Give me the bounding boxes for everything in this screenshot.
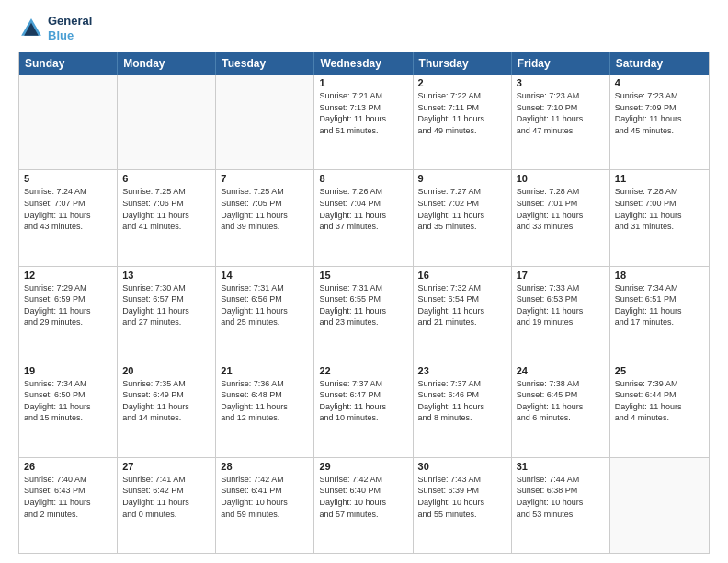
day-number: 24 (517, 365, 605, 376)
calendar-cell: 5Sunrise: 7:24 AMSunset: 7:07 PMDaylight… (19, 170, 118, 265)
calendar-row: 12Sunrise: 7:29 AMSunset: 6:59 PMDayligh… (19, 267, 709, 362)
day-number: 7 (221, 173, 309, 184)
calendar-cell: 27Sunrise: 7:41 AMSunset: 6:42 PMDayligh… (118, 458, 216, 553)
calendar-cell: 21Sunrise: 7:36 AMSunset: 6:48 PMDayligh… (216, 362, 314, 457)
day-number: 2 (418, 77, 506, 88)
day-info: Sunrise: 7:24 AMSunset: 7:07 PMDaylight:… (24, 186, 112, 232)
day-info: Sunrise: 7:37 AMSunset: 6:46 PMDaylight:… (418, 378, 506, 424)
day-info: Sunrise: 7:25 AMSunset: 7:06 PMDaylight:… (122, 186, 210, 232)
day-info: Sunrise: 7:40 AMSunset: 6:43 PMDaylight:… (24, 474, 112, 520)
day-info: Sunrise: 7:23 AMSunset: 7:09 PMDaylight:… (615, 90, 704, 136)
calendar-cell: 12Sunrise: 7:29 AMSunset: 6:59 PMDayligh… (19, 267, 118, 362)
calendar: SundayMondayTuesdayWednesdayThursdayFrid… (18, 52, 710, 554)
day-number: 25 (615, 365, 704, 376)
day-info: Sunrise: 7:34 AMSunset: 6:51 PMDaylight:… (615, 282, 704, 328)
day-info: Sunrise: 7:21 AMSunset: 7:13 PMDaylight:… (319, 90, 407, 136)
day-number: 10 (517, 173, 605, 184)
day-number: 8 (319, 173, 407, 184)
day-number: 12 (24, 270, 112, 281)
day-info: Sunrise: 7:25 AMSunset: 7:05 PMDaylight:… (221, 186, 309, 232)
day-info: Sunrise: 7:43 AMSunset: 6:39 PMDaylight:… (418, 474, 506, 520)
day-number: 4 (615, 77, 704, 88)
calendar-cell: 30Sunrise: 7:43 AMSunset: 6:39 PMDayligh… (414, 458, 512, 553)
calendar-cell (610, 458, 709, 553)
calendar-header-cell: Monday (118, 52, 216, 75)
day-number: 1 (319, 77, 407, 88)
calendar-cell: 18Sunrise: 7:34 AMSunset: 6:51 PMDayligh… (610, 267, 709, 362)
day-number: 9 (418, 173, 506, 184)
day-info: Sunrise: 7:29 AMSunset: 6:59 PMDaylight:… (24, 282, 112, 328)
day-info: Sunrise: 7:31 AMSunset: 6:56 PMDaylight:… (221, 282, 309, 328)
calendar-cell: 23Sunrise: 7:37 AMSunset: 6:46 PMDayligh… (414, 362, 512, 457)
calendar-row: 19Sunrise: 7:34 AMSunset: 6:50 PMDayligh… (19, 362, 709, 458)
calendar-cell: 19Sunrise: 7:34 AMSunset: 6:50 PMDayligh… (19, 362, 118, 457)
day-info: Sunrise: 7:35 AMSunset: 6:49 PMDaylight:… (122, 378, 210, 424)
day-number: 5 (24, 173, 112, 184)
calendar-cell (118, 75, 216, 169)
calendar-cell: 4Sunrise: 7:23 AMSunset: 7:09 PMDaylight… (610, 75, 709, 169)
calendar-cell: 8Sunrise: 7:26 AMSunset: 7:04 PMDaylight… (314, 170, 413, 265)
page: General Blue SundayMondayTuesdayWednesda… (0, 0, 728, 563)
day-number: 6 (122, 173, 210, 184)
day-info: Sunrise: 7:23 AMSunset: 7:10 PMDaylight:… (517, 90, 605, 136)
day-info: Sunrise: 7:37 AMSunset: 6:47 PMDaylight:… (319, 378, 407, 424)
logo-icon (18, 16, 44, 41)
day-number: 30 (418, 461, 506, 472)
day-number: 14 (221, 270, 309, 281)
calendar-cell: 14Sunrise: 7:31 AMSunset: 6:56 PMDayligh… (216, 267, 314, 362)
day-number: 11 (615, 173, 704, 184)
calendar-cell: 20Sunrise: 7:35 AMSunset: 6:49 PMDayligh… (118, 362, 216, 457)
day-info: Sunrise: 7:32 AMSunset: 6:54 PMDaylight:… (418, 282, 506, 328)
day-info: Sunrise: 7:41 AMSunset: 6:42 PMDaylight:… (122, 474, 210, 520)
calendar-cell: 2Sunrise: 7:22 AMSunset: 7:11 PMDaylight… (414, 75, 512, 169)
calendar-cell: 22Sunrise: 7:37 AMSunset: 6:47 PMDayligh… (314, 362, 413, 457)
day-number: 15 (319, 270, 407, 281)
day-info: Sunrise: 7:33 AMSunset: 6:53 PMDaylight:… (517, 282, 605, 328)
calendar-body: 1Sunrise: 7:21 AMSunset: 7:13 PMDaylight… (19, 75, 709, 553)
calendar-header-cell: Tuesday (216, 52, 314, 75)
day-info: Sunrise: 7:39 AMSunset: 6:44 PMDaylight:… (615, 378, 704, 424)
calendar-row: 26Sunrise: 7:40 AMSunset: 6:43 PMDayligh… (19, 458, 709, 553)
calendar-cell: 25Sunrise: 7:39 AMSunset: 6:44 PMDayligh… (610, 362, 709, 457)
calendar-cell: 17Sunrise: 7:33 AMSunset: 6:53 PMDayligh… (512, 267, 610, 362)
calendar-row: 5Sunrise: 7:24 AMSunset: 7:07 PMDaylight… (19, 170, 709, 266)
calendar-cell: 13Sunrise: 7:30 AMSunset: 6:57 PMDayligh… (118, 267, 216, 362)
day-number: 18 (615, 270, 704, 281)
day-number: 27 (122, 461, 210, 472)
day-info: Sunrise: 7:31 AMSunset: 6:55 PMDaylight:… (319, 282, 407, 328)
day-number: 23 (418, 365, 506, 376)
logo-text: General Blue (48, 14, 92, 42)
calendar-cell: 31Sunrise: 7:44 AMSunset: 6:38 PMDayligh… (512, 458, 610, 553)
calendar-cell: 15Sunrise: 7:31 AMSunset: 6:55 PMDayligh… (314, 267, 413, 362)
calendar-header: SundayMondayTuesdayWednesdayThursdayFrid… (19, 52, 709, 75)
day-number: 13 (122, 270, 210, 281)
calendar-cell (19, 75, 118, 169)
calendar-cell: 16Sunrise: 7:32 AMSunset: 6:54 PMDayligh… (414, 267, 512, 362)
calendar-header-cell: Thursday (414, 52, 512, 75)
day-info: Sunrise: 7:26 AMSunset: 7:04 PMDaylight:… (319, 186, 407, 232)
day-number: 26 (24, 461, 112, 472)
calendar-header-cell: Saturday (610, 52, 709, 75)
calendar-cell: 26Sunrise: 7:40 AMSunset: 6:43 PMDayligh… (19, 458, 118, 553)
day-number: 16 (418, 270, 506, 281)
calendar-cell: 10Sunrise: 7:28 AMSunset: 7:01 PMDayligh… (512, 170, 610, 265)
day-number: 21 (221, 365, 309, 376)
calendar-cell: 24Sunrise: 7:38 AMSunset: 6:45 PMDayligh… (512, 362, 610, 457)
header: General Blue (18, 14, 710, 42)
day-info: Sunrise: 7:27 AMSunset: 7:02 PMDaylight:… (418, 186, 506, 232)
day-number: 31 (517, 461, 605, 472)
calendar-row: 1Sunrise: 7:21 AMSunset: 7:13 PMDaylight… (19, 75, 709, 170)
day-info: Sunrise: 7:22 AMSunset: 7:11 PMDaylight:… (418, 90, 506, 136)
calendar-cell: 29Sunrise: 7:42 AMSunset: 6:40 PMDayligh… (314, 458, 413, 553)
day-info: Sunrise: 7:30 AMSunset: 6:57 PMDaylight:… (122, 282, 210, 328)
day-number: 20 (122, 365, 210, 376)
day-info: Sunrise: 7:44 AMSunset: 6:38 PMDaylight:… (517, 474, 605, 520)
day-number: 28 (221, 461, 309, 472)
calendar-cell: 1Sunrise: 7:21 AMSunset: 7:13 PMDaylight… (314, 75, 413, 169)
calendar-cell (216, 75, 314, 169)
calendar-cell: 7Sunrise: 7:25 AMSunset: 7:05 PMDaylight… (216, 170, 314, 265)
day-number: 29 (319, 461, 407, 472)
day-number: 3 (517, 77, 605, 88)
day-info: Sunrise: 7:34 AMSunset: 6:50 PMDaylight:… (24, 378, 112, 424)
day-info: Sunrise: 7:28 AMSunset: 7:00 PMDaylight:… (615, 186, 704, 232)
